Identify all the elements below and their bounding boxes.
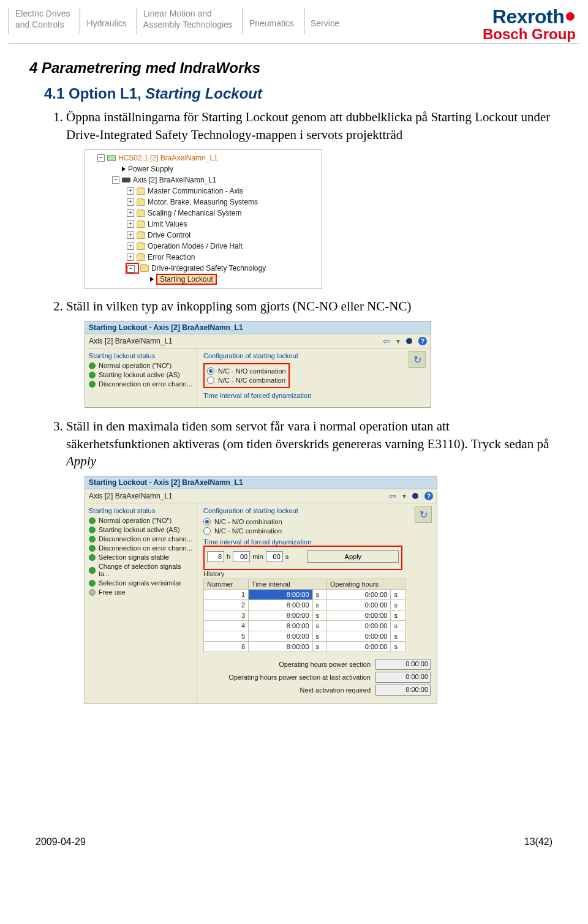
status-item: Selection signals stable xyxy=(99,554,169,561)
footer-page: 13(42) xyxy=(524,836,552,847)
status-item: Disconnection on error chann... xyxy=(99,380,192,388)
tree-folder[interactable]: Drive Control xyxy=(148,231,190,239)
folder-icon xyxy=(137,199,145,206)
status-led-icon xyxy=(89,554,96,561)
help-icon[interactable]: ? xyxy=(418,337,427,345)
project-tree-screenshot: −HCS02.1 [2] BraAxelNamn_L1 Power Supply… xyxy=(85,149,322,289)
tree-collapse-icon[interactable]: − xyxy=(112,176,119,184)
tree-folder[interactable]: Operation Modes / Drive Halt xyxy=(148,242,243,250)
tree-folder[interactable]: Master Communication - Axis xyxy=(148,187,243,195)
apply-button[interactable]: Apply xyxy=(307,550,399,563)
folder-icon xyxy=(137,254,145,261)
radio-nc-nc[interactable] xyxy=(207,377,214,384)
tree-expand-icon[interactable]: + xyxy=(127,254,134,261)
page-header: Electric Drives and Controls Hydraulics … xyxy=(0,0,588,43)
dropdown-icon[interactable]: ▾ xyxy=(402,492,406,500)
summary-row: Operating hours power section at last ac… xyxy=(203,672,431,683)
summary-row: Operating hours power section0:00:00 xyxy=(203,659,431,670)
tree-expand-icon[interactable]: + xyxy=(127,209,134,217)
table-row: 18:00:00s0:00:00s xyxy=(204,590,405,600)
status-dot-icon xyxy=(412,493,418,499)
folder-icon xyxy=(137,221,145,228)
tree-item-arrow-icon xyxy=(122,167,126,171)
status-item: Disconnection on error chann... xyxy=(99,535,192,543)
seconds-input[interactable] xyxy=(266,551,283,562)
hdr-cell-hydraulics: Hydraulics xyxy=(80,7,136,34)
radio-nc-nc[interactable] xyxy=(203,527,211,535)
refresh-icon[interactable]: ↻ xyxy=(415,506,432,523)
cutoff-label: Time interval of forced dynamization xyxy=(203,392,424,399)
page-footer: 2009-04-29 13(42) xyxy=(0,726,588,858)
hours-input[interactable] xyxy=(207,551,224,562)
tree-expand-icon[interactable]: + xyxy=(127,242,134,250)
minutes-input[interactable] xyxy=(233,551,250,562)
history-table: Nummer Time interval Operating hours 18:… xyxy=(203,579,405,652)
radio-nc-no[interactable] xyxy=(207,367,214,375)
starting-lockout-panel-a: Starting Lockout - Axis [2] BraAxelNamn_… xyxy=(85,321,431,408)
tree-item-arrow-icon xyxy=(150,277,154,282)
tree-expand-icon[interactable]: + xyxy=(127,187,134,195)
highlight-box: N/C - N/O combination N/C - N/C combinat… xyxy=(203,363,290,388)
config-group-title: Configuration of starting lockout xyxy=(203,507,431,514)
status-led-icon xyxy=(89,381,96,388)
config-group-title: Configuration of starting lockout xyxy=(203,352,424,359)
folder-icon xyxy=(137,232,145,239)
radio-nc-no[interactable] xyxy=(203,518,211,525)
nav-left-icon[interactable]: ⇦ xyxy=(389,491,396,501)
col-number: Nummer xyxy=(204,579,249,590)
status-item: Normal operation ("NO") xyxy=(99,517,172,524)
time-interval-title: Time interval of forced dynamization xyxy=(203,538,431,546)
brand-dot-icon: ● xyxy=(564,4,576,26)
folder-icon xyxy=(137,243,145,250)
radio-label: N/C - N/C combination xyxy=(214,527,282,535)
col-time-interval: Time interval xyxy=(249,579,327,590)
table-row: 68:00:00s0:00:00s xyxy=(204,642,405,652)
brand-block: Rexroth● Bosch Group xyxy=(483,7,579,43)
status-led-icon xyxy=(89,362,96,369)
tree-folder-safety[interactable]: Drive-Integrated Safety Technology xyxy=(151,264,266,272)
tree-collapse-icon[interactable]: − xyxy=(127,265,135,272)
panel-title: Starting Lockout - Axis [2] BraAxelNamn_… xyxy=(85,321,431,334)
status-item: Change of selection signals ta... xyxy=(99,563,193,577)
tree-expand-icon[interactable]: + xyxy=(127,231,134,239)
nav-left-icon[interactable]: ⇦ xyxy=(383,336,390,346)
tree-folder[interactable]: Motor, Brake, Measuring Systems xyxy=(148,198,258,206)
tree-item-starting-lockout[interactable]: Starting Lockout xyxy=(156,274,217,285)
footer-date: 2009-04-29 xyxy=(36,836,86,847)
unit-s: s xyxy=(285,553,289,560)
status-led-icon xyxy=(89,567,96,574)
tree-collapse-icon[interactable]: − xyxy=(97,154,105,162)
highlight-box: h min s Apply xyxy=(203,546,402,570)
tree-root-label[interactable]: HCS02.1 [2] BraAxelNamn_L1 xyxy=(118,154,218,162)
summary-row: Next activation required8:00:00 xyxy=(203,685,431,696)
help-icon[interactable]: ? xyxy=(424,492,433,500)
status-led-icon xyxy=(89,536,96,543)
tree-folder[interactable]: Error Reaction xyxy=(148,253,195,261)
status-item: Selection signals verisimilar xyxy=(99,579,181,587)
axis-label: Axis [2] BraAxelNamn_L1 xyxy=(89,492,173,500)
status-led-icon xyxy=(89,580,96,587)
tree-folder[interactable]: Limit Values xyxy=(148,220,187,228)
refresh-icon[interactable]: ↻ xyxy=(409,351,426,368)
tree-folder[interactable]: Scaling / Mechanical System xyxy=(148,209,241,217)
starting-lockout-panel-b: Starting Lockout - Axis [2] BraAxelNamn_… xyxy=(85,476,437,704)
status-item: Starting lockout active (AS) xyxy=(99,526,180,533)
drive-icon xyxy=(107,155,116,161)
radio-label: N/C - N/C combination xyxy=(218,377,285,384)
tree-item-axis[interactable]: Axis [2] BraAxelNamn_L1 xyxy=(133,176,217,184)
status-led-icon xyxy=(89,589,96,596)
tree-expand-icon[interactable]: + xyxy=(127,220,134,228)
status-led-icon xyxy=(89,517,96,524)
dropdown-icon[interactable]: ▾ xyxy=(396,337,400,345)
axis-label: Axis [2] BraAxelNamn_L1 xyxy=(89,337,173,345)
status-led-icon xyxy=(89,372,96,378)
tree-item-power[interactable]: Power Supply xyxy=(128,165,173,173)
status-dot-icon xyxy=(406,338,412,344)
axis-icon xyxy=(122,178,130,182)
table-row: 48:00:00s0:00:00s xyxy=(204,621,405,631)
brand-rexroth: Rexroth● xyxy=(483,7,576,26)
status-group-title: Starting lockout status xyxy=(89,507,193,514)
tree-expand-icon[interactable]: + xyxy=(127,198,134,206)
panel-title: Starting Lockout - Axis [2] BraAxelNamn_… xyxy=(85,476,437,489)
step-3: Ställ in den maximala tiden som servot f… xyxy=(66,418,551,470)
